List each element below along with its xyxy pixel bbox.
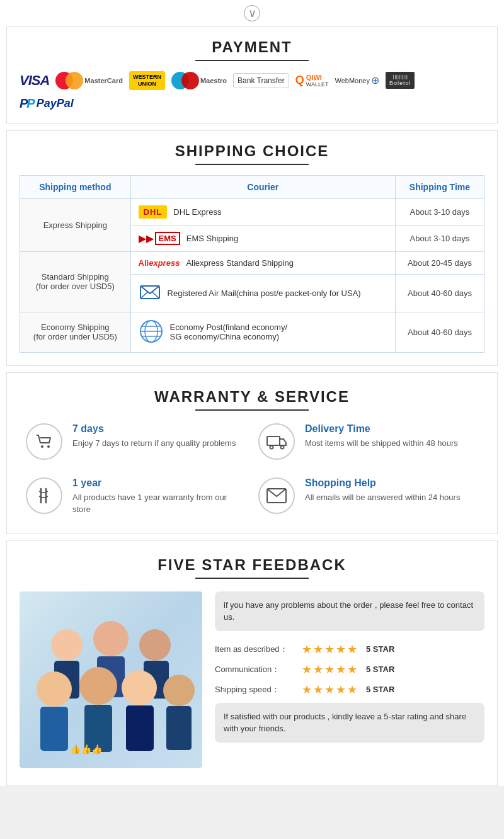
payment-title: PAYMENT [20, 38, 484, 56]
svg-rect-23 [40, 707, 68, 751]
svg-text:👍👍👍: 👍👍👍 [70, 744, 103, 755]
delivery-desc: Most items will be shipped within 48 hou… [305, 437, 458, 450]
page-wrapper: ∨ PAYMENT VISA MasterCard WESTERN [0, 0, 504, 786]
warranty-section: WARRANTY & SERVICE 7 days Enjoy 7 days t… [6, 372, 498, 534]
wu-text: WESTERN UNION [129, 71, 165, 90]
delivery-title: Delivery Time [305, 423, 458, 435]
svg-point-9 [47, 445, 50, 448]
svg-point-24 [79, 667, 117, 705]
stars-shipping: ★ ★ ★ ★ ★ [302, 683, 357, 697]
svg-line-2 [152, 292, 159, 299]
feedback-right: if you have any problems about the order… [215, 591, 484, 743]
airmail-time: About 40-60 days [395, 274, 484, 312]
dhl-courier-cell: DHL DHL Express [130, 198, 395, 225]
col-time: Shipping Time [395, 175, 484, 198]
boleto-text: Boletol [389, 80, 411, 86]
standard-method: Standard Shipping(for order over USD5) [20, 251, 131, 312]
warranty-item-return: 7 days Enjoy 7 days to return if any qua… [26, 423, 246, 460]
mae-right-circle [181, 72, 199, 89]
chevron-top: ∨ [0, 0, 504, 26]
warranty-period-title: 1 year [72, 477, 246, 489]
visa-logo: VISA [20, 72, 49, 89]
webmoney-text: WebMoney [335, 77, 369, 84]
rating-value-described: 5 STAR [366, 644, 394, 654]
airmail-name: Registered Air Mail(china post/e packet-… [168, 288, 361, 298]
ali-courier-cell: Aliexpress Aliexpress Standard Shipping [130, 251, 395, 274]
rating-row-shipping: Shipping speed： ★ ★ ★ ★ ★ 5 STAR [215, 683, 484, 697]
people-svg: 👍👍👍 [23, 595, 199, 765]
table-row: Standard Shipping(for order over USD5) A… [20, 251, 484, 274]
maestro-text: Maestro [200, 77, 227, 84]
paypal-p2: P [26, 96, 35, 111]
svg-point-26 [122, 670, 157, 705]
economy-svg [139, 319, 164, 344]
warranty-item-delivery: Delivery Time Most items will be shipped… [258, 423, 478, 460]
tools-icon [26, 477, 62, 514]
truck-icon [258, 423, 295, 460]
table-row: Express Shipping DHL DHL Express About 3… [20, 198, 484, 225]
payment-section: PAYMENT VISA MasterCard WESTERN UNION [6, 26, 498, 124]
mastercard-graphic [55, 72, 83, 89]
economy-time: About 40-60 days [395, 312, 484, 352]
feedback-title: FIVE STAR FEEDBACK [20, 556, 484, 574]
col-courier: Courier [130, 175, 395, 198]
chevron-icon: ∨ [244, 5, 260, 21]
ems-courier-cell: ▶▶ EMS EMS Shipping [130, 225, 395, 251]
warranty-underline [195, 409, 309, 411]
rating-label-described: Item as described： [215, 644, 297, 655]
shipping-section: SHIPPING CHOICE Shipping method Courier … [6, 130, 498, 366]
paypal-text: PayPal [37, 97, 74, 110]
svg-point-22 [37, 671, 72, 707]
svg-rect-27 [126, 705, 154, 751]
economy-name: Economy Post(finland economy/SG economy/… [170, 322, 287, 341]
maestro-graphic [171, 72, 199, 89]
svg-point-28 [163, 675, 195, 706]
qiwi-text: QIWI [306, 74, 329, 81]
economy-courier-cell: Economy Post(finland economy/SG economy/… [130, 312, 395, 352]
ali-name: Aliexpress Standard Shipping [186, 258, 294, 268]
express-method: Express Shipping [20, 198, 131, 251]
feedback-image: 👍👍👍 [20, 591, 202, 768]
return-title: 7 days [72, 423, 236, 435]
col-method: Shipping method [20, 175, 131, 198]
airmail-logo [139, 281, 161, 305]
ems-name: EMS Shipping [186, 234, 238, 243]
svg-point-8 [41, 445, 43, 448]
webmoney-logo: WebMoney ⊕ [335, 74, 379, 86]
ems-arrow-icon: ▶▶ [139, 232, 154, 244]
svg-point-16 [51, 629, 83, 661]
airmail-courier-cell: Registered Air Mail(china post/e packet-… [130, 274, 395, 312]
rating-row-described: Item as described： ★ ★ ★ ★ ★ 5 STAR [215, 642, 484, 656]
mastercard-logo: MasterCard [55, 72, 123, 89]
western-union-logo: WESTERN UNION [129, 71, 165, 90]
qiwi-icon: Q [295, 74, 304, 87]
warranty-item-help: Shopping Help All emails will be answere… [258, 477, 478, 516]
dhl-name: DHL Express [173, 207, 221, 217]
cart-icon [26, 423, 62, 460]
rating-value-communication: 5 STAR [366, 665, 394, 674]
shipping-title: SHIPPING CHOICE [20, 142, 484, 160]
mastercard-text: MasterCard [84, 77, 123, 84]
economy-logo [139, 319, 164, 346]
svg-point-18 [93, 621, 129, 656]
warranty-period-desc: All products have 1 year warranty from o… [72, 491, 246, 516]
email-icon [258, 477, 295, 514]
feedback-underline [195, 578, 309, 579]
speech-bubble-bottom: If satisfied with our products , kindly … [215, 703, 484, 743]
qiwi-sub-text: WALLET [306, 81, 329, 88]
feedback-content: 👍👍👍 if you have any problems about the o… [20, 591, 484, 768]
table-row: Economy Shipping(for order under USD5) [20, 312, 484, 352]
stars-communication: ★ ★ ★ ★ ★ [302, 663, 357, 676]
maestro-logo: Maestro [171, 72, 227, 89]
return-desc: Enjoy 7 days to return if any quality pr… [72, 437, 236, 450]
svg-point-11 [270, 445, 273, 448]
boleto-barcode: |||||||||| Boletol [386, 72, 415, 89]
warranty-title: WARRANTY & SERVICE [26, 388, 478, 406]
ems-time: About 3-10 days [395, 225, 484, 251]
warranty-item-warranty: 1 year All products have 1 year warranty… [26, 477, 246, 516]
airmail-svg [139, 281, 161, 304]
rating-label-communication: Communication： [215, 664, 297, 675]
svg-line-1 [140, 292, 147, 299]
dhl-time: About 3-10 days [395, 198, 484, 225]
speech-bubble-top: if you have any problems about the order… [215, 591, 484, 631]
